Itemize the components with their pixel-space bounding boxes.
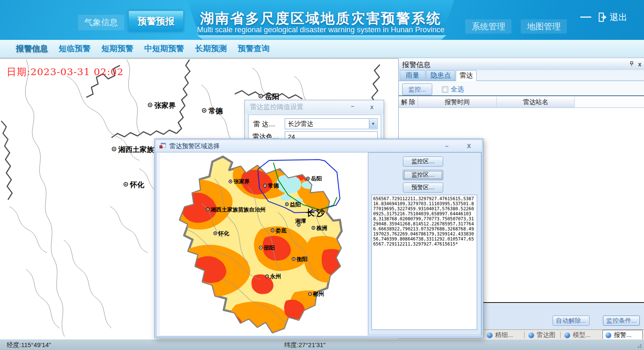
doc-tab-label: 模型... [573,331,591,339]
close-icon[interactable]: X [467,143,471,149]
nav-button-system-manage[interactable]: 系统管理 [465,19,512,34]
region-dialog-title: 雷达预警区域选择 [169,142,220,150]
tab-radar[interactable]: 雷达 [456,70,477,81]
radar-select-value: 长沙雷达 [288,120,313,128]
heatmap-city-label: 常德 [267,183,279,189]
alarm-panel-title: 报警信息 [402,60,431,70]
heatmap-city-label: 邵阳 [263,245,275,251]
doc-tab-radar-image[interactable]: 雷达图 [526,331,558,340]
menu-item-nowcast-warning[interactable]: 短临预警 [59,43,91,54]
app-header: 湖南省多尺度区域地质灾害预警系统 Multi scale regional ge… [0,0,644,40]
hunan-heatmap: 张家界 常德 岳阳 益阳 长沙 湘西土家族苗族自治州 怀化 娄底 湘潭 株洲 邵… [160,153,367,335]
status-longitude: 经度:115°49'14" [7,341,51,349]
heatmap-city-label: 永州 [270,273,281,279]
city-label: 怀化 [130,181,145,189]
column-header-filler [575,97,644,108]
radar-threshold-dialog: 雷达监控阈值设置 – x 雷 达… 长沙雷达 ▼ 雷达色… 24 [244,100,384,142]
column-header-alarm-time[interactable]: 报警时间 [418,97,497,108]
doc-tab-label: 雷达图 [537,331,556,339]
monitor-condition-button[interactable]: 监控条件... [603,316,640,326]
radar-field-label: 雷 达… [253,120,275,129]
logout-door-icon [598,12,607,22]
radar-region-dialog: 雷达预警区域选择 – X [154,138,483,338]
select-all-label[interactable]: 全选 [451,85,464,94]
menu-item-warning-query[interactable]: 预警查询 [238,43,270,54]
auto-release-button[interactable]: 自动解除... [553,316,589,326]
column-header-radar-station[interactable]: 雷达站名 [497,97,575,108]
heatmap-city-label: 怀化 [218,230,230,237]
region-dialog-body: 张家界 常德 岳阳 益阳 长沙 湘西土家族苗族自治州 怀化 娄底 湘潭 株洲 邵… [156,152,482,337]
app-subtitle: Multi scale regional geological disaster… [184,26,457,34]
region-dialog-side-panel: 监控区… 监控区… 预警区… 656567.729112211,3297927.… [368,152,481,335]
minimize-icon[interactable]: – [445,143,449,149]
column-header-release[interactable]: 解 除 [399,97,418,108]
exit-label: 退出 [610,11,627,23]
minimize-icon[interactable]: – [351,103,354,110]
menu-item-alarm-info[interactable]: 报警信息 [16,43,48,54]
hazard-heatmap-canvas[interactable]: 张家界 常德 岳阳 益阳 长沙 湘西土家族苗族自治州 怀化 娄底 湘潭 株洲 邵… [160,153,367,335]
heatmap-city-label: 张家界 [234,178,250,185]
menu-item-shortterm-warning[interactable]: 短期预警 [101,43,133,54]
globe-icon [487,332,493,338]
globe-icon [564,332,570,338]
heatmap-city-label: 湘潭 [295,218,306,224]
heatmap-city-label: 株洲 [316,225,327,231]
region-coordinates-textarea[interactable]: 656567.729112211,3297927.47615615,538716… [371,195,477,330]
city-label: 张家界 [154,101,176,110]
city-label: 常德 [208,107,223,115]
heatmap-city-label: 益阳 [289,201,301,208]
exit-button[interactable]: 退出 [598,11,627,23]
monitor-region-button-2[interactable]: 监控区… [403,170,443,180]
select-all-checkbox[interactable] [442,86,448,93]
doc-tab-label: 精细... [495,331,513,339]
heatmap-city-label: 岳阳 [310,175,322,182]
pin-icon[interactable] [629,61,634,68]
window-form-icon [159,143,166,149]
doc-tab-label: 报警... [614,331,632,339]
title-banner-swoosh [191,35,453,40]
menu-item-midshort-warning[interactable]: 中短期预警 [144,43,184,54]
heatmap-city-label-changsha: 长沙 [306,208,326,217]
region-dialog-titlebar[interactable]: 雷达预警区域选择 – X [156,140,482,152]
warning-region-button[interactable]: 预警区… [403,183,443,193]
map-date-label: 日期:2023-03-31 02:02 [7,65,124,78]
chevron-down-icon[interactable]: ▼ [369,119,377,128]
threshold-dialog-titlebar[interactable]: 雷达监控阈值设置 [245,100,384,114]
heatmap-city-label: 湘西土家族苗族自治州 [210,206,265,213]
monitor-button[interactable]: 监控... [402,84,432,95]
doc-tab-fine[interactable]: 精细... [484,331,516,340]
radar-select[interactable]: 长沙雷达 ▼ [285,118,378,129]
monitor-region-button-1[interactable]: 监控区… [403,157,443,167]
menu-item-longterm-forecast[interactable]: 长期预测 [195,43,227,54]
threshold-dialog-title: 雷达监控阈值设置 [250,103,304,112]
heatmap-city-label: 郴州 [312,291,324,298]
doc-tab-alarm[interactable]: 报警... [602,330,643,340]
app-root: 湖南省多尺度区域地质灾害预警系统 Multi scale regional ge… [0,0,644,350]
alarm-toolbar: 监控... 全选 [399,81,644,96]
warning-menu: 报警信息 短临预警 短期预警 中短期预警 长期预测 预警查询 [0,40,644,58]
status-latitude: 纬度:27°21'31" [284,341,325,349]
tab-separator [560,332,561,338]
doc-tab-model[interactable]: 模型... [562,331,593,340]
resize-grip[interactable] [636,343,641,348]
globe-icon [528,332,534,338]
globe-icon [605,332,611,338]
close-icon[interactable]: x [638,61,641,67]
status-bar: 经度:115°49'14" 纬度:27°21'31" [0,339,644,350]
tab-rainfall[interactable]: 雨量 [400,70,426,81]
tab-separator [524,332,525,338]
threshold-dialog-body: 雷 达… 长沙雷达 ▼ 雷达色… 24 [248,115,381,142]
toolbar-separator [399,95,644,96]
nav-button-weather-info[interactable]: 气象信息 [78,15,124,30]
alarm-tabs: 雨量 隐患点 雷达 [399,70,644,81]
nav-button-map-manage[interactable]: 地图管理 [521,19,567,34]
heatmap-city-label: 衡阳 [296,256,307,262]
nav-button-warning-forecast[interactable]: 预警预报 [129,11,183,31]
tab-hazard-points[interactable]: 隐患点 [426,70,455,81]
minimize-button[interactable]: — [580,10,591,23]
close-icon[interactable]: x [370,104,374,110]
heatmap-city-label: 娄底 [275,227,286,234]
alarm-panel-titlebar: 报警信息 [399,59,644,70]
